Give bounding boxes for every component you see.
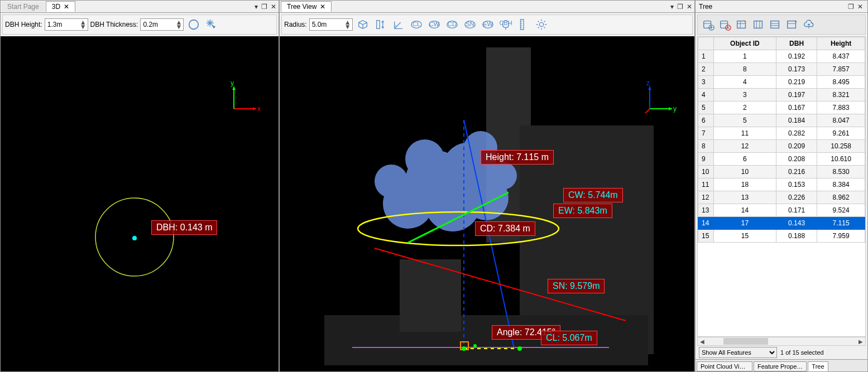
dbh-thickness-label: DBH Thickness: bbox=[90, 21, 138, 28]
table-row[interactable]: 8120.20910.258 bbox=[698, 140, 865, 153]
filter-table-icon[interactable] bbox=[768, 17, 783, 32]
cd-icon[interactable]: CD bbox=[444, 17, 460, 32]
svg-rect-24 bbox=[520, 20, 524, 30]
add-record-icon[interactable] bbox=[701, 17, 716, 32]
cell-dbh: 0.192 bbox=[776, 50, 817, 63]
gear-icon[interactable] bbox=[534, 17, 549, 32]
cell-dbh: 0.197 bbox=[776, 89, 817, 102]
cw-icon[interactable]: CW bbox=[426, 17, 442, 32]
scroll-thumb[interactable] bbox=[723, 338, 768, 345]
cell-dbh: 0.219 bbox=[776, 76, 817, 89]
left-viewport[interactable]: x y DBH: 0.143 m bbox=[1, 36, 279, 371]
cell-height: 8.047 bbox=[817, 114, 865, 127]
svg-point-29 bbox=[539, 22, 543, 26]
table-row[interactable]: 12130.2268.962 bbox=[698, 191, 865, 204]
col-dbh[interactable]: DBH bbox=[776, 37, 817, 50]
feature-filter-select[interactable]: Show All Features bbox=[699, 347, 777, 358]
mid-viewport[interactable]: y z Height: 7.115 m CW: 5.744m EW: 5.843… bbox=[280, 36, 694, 371]
radius-input[interactable]: ▲▼ bbox=[309, 18, 353, 31]
dropdown-icon[interactable]: ▾ bbox=[669, 3, 675, 11]
tab-tree[interactable]: Tree bbox=[808, 361, 828, 371]
tab-tree-view[interactable]: Tree View ✕ bbox=[281, 1, 332, 12]
close-icon[interactable]: ✕ bbox=[64, 3, 69, 11]
spinner-icon[interactable]: ▲▼ bbox=[79, 20, 88, 29]
cell-dbh: 0.188 bbox=[776, 230, 817, 243]
delete-record-icon[interactable] bbox=[718, 17, 732, 32]
table-row[interactable]: 340.2198.495 bbox=[698, 76, 865, 89]
svg-text:CW: CW bbox=[429, 21, 439, 27]
cell-object-id: 8 bbox=[714, 63, 776, 76]
close-icon[interactable]: ✕ bbox=[270, 3, 277, 11]
table-row[interactable]: 430.1978.321 bbox=[698, 89, 865, 102]
axis-gizmo-icon: y z bbox=[644, 81, 678, 114]
ew-icon[interactable]: EW bbox=[480, 17, 496, 32]
dbh-measurement-label: DBH: 0.143 m bbox=[151, 220, 217, 235]
export-table-icon[interactable] bbox=[785, 17, 799, 32]
ruler-icon[interactable] bbox=[516, 17, 531, 32]
dbh-height-field[interactable] bbox=[45, 20, 79, 30]
cell-height: 7.959 bbox=[817, 230, 865, 243]
columns-icon[interactable] bbox=[751, 17, 766, 32]
angle-icon[interactable] bbox=[391, 17, 406, 32]
cell-height: 8.495 bbox=[817, 76, 865, 89]
cell-height: 8.384 bbox=[817, 178, 865, 191]
tab-3d[interactable]: 3D ✕ bbox=[46, 1, 75, 12]
table-row[interactable]: 13140.1719.524 bbox=[698, 204, 865, 217]
restore-icon[interactable]: ❐ bbox=[847, 3, 855, 11]
table-row[interactable]: 960.20810.610 bbox=[698, 153, 865, 166]
row-number: 2 bbox=[698, 63, 714, 76]
table-settings-icon[interactable] bbox=[735, 17, 749, 32]
cell-object-id: 5 bbox=[714, 114, 776, 127]
cell-dbh: 0.208 bbox=[776, 153, 817, 166]
tab-feature-properties[interactable]: Feature Prope… bbox=[754, 361, 807, 371]
pick-cursor-icon[interactable] bbox=[204, 17, 219, 32]
cl-label: CL: 5.067m bbox=[541, 331, 597, 345]
cloud-sync-icon[interactable] bbox=[802, 17, 816, 32]
spinner-icon[interactable]: ▲▼ bbox=[343, 20, 352, 29]
sn-icon[interactable]: SN bbox=[462, 17, 478, 32]
restore-icon[interactable]: ❐ bbox=[260, 3, 268, 11]
svg-rect-30 bbox=[486, 47, 531, 243]
cube-icon[interactable] bbox=[355, 17, 371, 32]
svg-rect-81 bbox=[788, 21, 796, 28]
scroll-left-icon[interactable]: ◀ bbox=[698, 339, 707, 345]
table-row[interactable]: 7110.2829.261 bbox=[698, 127, 865, 140]
spinner-icon[interactable]: ▲▼ bbox=[174, 20, 183, 29]
circle-tool-icon[interactable] bbox=[186, 17, 202, 32]
cl-icon[interactable]: CL bbox=[409, 17, 424, 32]
close-icon[interactable]: ✕ bbox=[685, 3, 693, 11]
tree-table[interactable]: Object ID DBH Height 110.1928.437280.173… bbox=[697, 36, 866, 337]
dropdown-icon[interactable]: ▾ bbox=[253, 3, 259, 11]
right-panel: Tree ❐ ✕ Object ID DBH Height 110.1928.4… bbox=[695, 0, 868, 372]
tab-start-page[interactable]: Start Page bbox=[2, 2, 45, 12]
dbh-thickness-field[interactable] bbox=[141, 20, 174, 30]
dbh-thickness-input[interactable]: ▲▼ bbox=[140, 18, 184, 31]
svg-rect-9 bbox=[376, 21, 380, 29]
height-arrow-icon[interactable] bbox=[373, 17, 389, 32]
cbh-icon[interactable]: CBH bbox=[498, 17, 514, 32]
table-row[interactable]: 280.1737.857 bbox=[698, 63, 865, 76]
table-row[interactable]: 10100.2168.530 bbox=[698, 166, 865, 178]
table-row[interactable]: 650.1848.047 bbox=[698, 114, 865, 127]
restore-icon[interactable]: ❐ bbox=[676, 3, 684, 11]
horizontal-scrollbar[interactable]: ◀ ▶ bbox=[697, 337, 866, 346]
table-row[interactable]: 520.1677.883 bbox=[698, 102, 865, 114]
col-height[interactable]: Height bbox=[817, 37, 865, 50]
scroll-right-icon[interactable]: ▶ bbox=[856, 339, 865, 345]
table-row[interactable]: 110.1928.437 bbox=[698, 50, 865, 63]
dbh-height-input[interactable]: ▲▼ bbox=[45, 18, 88, 31]
table-row[interactable]: 14170.1437.115 bbox=[698, 217, 865, 230]
close-icon[interactable]: ✕ bbox=[320, 3, 325, 11]
svg-text:CD: CD bbox=[448, 21, 457, 27]
radius-field[interactable] bbox=[310, 20, 343, 30]
row-number: 15 bbox=[698, 230, 714, 243]
row-number: 9 bbox=[698, 153, 714, 166]
close-icon[interactable]: ✕ bbox=[856, 3, 864, 11]
col-object-id[interactable]: Object ID bbox=[714, 37, 776, 50]
cell-height: 10.610 bbox=[817, 153, 865, 166]
table-row[interactable]: 15150.1887.959 bbox=[698, 230, 865, 243]
window-controls: ▾ ❐ ✕ bbox=[669, 3, 693, 11]
table-row[interactable]: 11180.1538.384 bbox=[698, 178, 865, 191]
rownum-header[interactable] bbox=[698, 37, 714, 50]
tab-point-cloud-view[interactable]: Point Cloud View M… bbox=[697, 361, 752, 371]
